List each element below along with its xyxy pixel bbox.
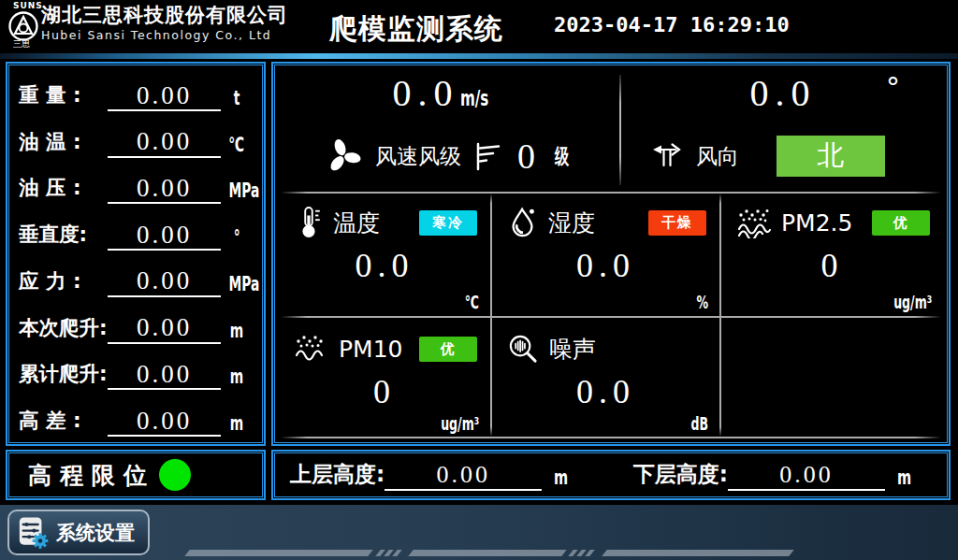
measurements-panel: 重 量 : 0.00 t 油 温 : 0.00 ℃ 油 压 : 0.00 MPa… — [6, 62, 266, 446]
row-value: 0.00 — [108, 82, 221, 111]
environment-panel: 0.0m/s 风速风级 — [271, 62, 951, 446]
sensor-label: 噪声 — [549, 334, 596, 365]
sensor-grid: 温度 寒冷 0.0 ℃ 湿度 干燥 — [279, 192, 943, 438]
wind-speed-unit: m/s — [460, 86, 488, 110]
sensor-unit: ug/m³ — [893, 292, 932, 312]
upper-height-label: 上层高度: — [290, 460, 385, 491]
status-badge: 优 — [872, 210, 930, 236]
settings-sliders-gear-icon — [17, 515, 49, 550]
page-title: 爬模监测系统 — [329, 10, 503, 49]
dust-particles-icon — [294, 333, 329, 365]
sensor-cell-noise: 噪声 0.0 dB — [494, 320, 718, 436]
sensor-unit: % — [696, 292, 708, 312]
row-value: 0.00 — [108, 128, 221, 157]
upper-height-unit: m — [554, 466, 568, 489]
sensor-cell-pm10: PM10 优 0 ug/m³ — [281, 320, 488, 436]
row-label: 重 量 : — [19, 81, 108, 111]
sensor-cell-temperature: 温度 寒冷 0.0 ℃ — [281, 194, 488, 314]
sensor-value: 0 — [281, 372, 488, 411]
wind-direction-text: 北 — [777, 136, 885, 177]
sensor-value: 0.0 — [494, 246, 718, 285]
sensor-label: 湿度 — [548, 208, 595, 238]
row-unit: MPa — [228, 179, 259, 202]
wind-level-unit: 级 — [555, 142, 569, 171]
status-badge: 寒冷 — [419, 210, 477, 236]
row-unit: m — [230, 320, 243, 342]
decorative-stripe — [602, 550, 793, 556]
wind-divider — [619, 75, 621, 185]
sensor-unit: ℃ — [465, 292, 479, 312]
grid-line — [281, 316, 941, 318]
grid-line — [719, 194, 721, 437]
header: SUNS 三思 湖北三思科技股份有限公司 Hubei Sansi Technol… — [0, 0, 958, 53]
lower-height-unit: m — [896, 466, 910, 489]
sensor-value: 0.0 — [281, 246, 488, 285]
company-name: 湖北三思科技股份有限公司 Hubei Sansi Technology Co.,… — [41, 4, 288, 42]
row-unit: t — [234, 87, 240, 109]
row-label: 高 差 : — [19, 407, 108, 437]
row-stress: 应 力 : 0.00 MPa — [19, 257, 253, 297]
datetime-display: 2023-04-17 16:29:10 — [554, 13, 790, 36]
logo-cn-text: 三思 — [13, 38, 30, 50]
row-unit: MPa — [228, 273, 259, 295]
upper-height-value: 0.00 — [385, 462, 542, 490]
row-unit: m — [230, 366, 243, 388]
wind-speed-label: 风速风级 — [375, 142, 461, 171]
row-value: 0.00 — [108, 175, 221, 204]
level-heights-box: 上层高度: 0.00 m 下层高度: 0.00 m — [271, 450, 951, 500]
wind-vane-icon — [651, 140, 685, 172]
wind-section: 0.0m/s 风速风级 — [279, 69, 943, 192]
decorative-stripe — [184, 550, 372, 556]
row-value: 0.00 — [108, 222, 221, 251]
company-name-en: Hubei Sansi Technology Co., Ltd — [41, 28, 288, 42]
status-badge: 优 — [419, 337, 477, 362]
hmi-screen: SUNS 三思 湖北三思科技股份有限公司 Hubei Sansi Technol… — [0, 0, 958, 560]
row-label: 本次爬升: — [19, 314, 108, 344]
wind-level-value: 0 — [517, 136, 535, 177]
lower-height-label: 下层高度: — [633, 460, 728, 491]
settings-button[interactable]: 系统设置 — [7, 510, 150, 555]
lower-height-group: 下层高度: 0.00 m — [633, 460, 922, 491]
wind-speed-section: 0.0m/s 风速风级 — [279, 69, 617, 192]
sensor-label: 温度 — [333, 208, 380, 238]
fan-icon — [324, 136, 363, 176]
sensor-value: 0.0 — [494, 372, 718, 411]
row-height-difference: 高 差 : 0.00 m — [19, 396, 253, 437]
thermometer-icon — [294, 205, 324, 240]
sensor-cell-empty — [723, 320, 941, 436]
row-value: 0.00 — [108, 408, 221, 437]
wind-direction-section: 0.0 ° 风向 北 — [623, 69, 943, 192]
sensor-label: PM2.5 — [781, 209, 852, 237]
row-label: 垂直度: — [19, 221, 108, 251]
grid-line — [490, 194, 492, 437]
elevation-limit-box: 高程限位 — [6, 450, 266, 500]
row-value: 0.00 — [108, 267, 221, 296]
sensor-value: 0 — [723, 246, 941, 285]
triangle-circle-logo-icon — [7, 10, 40, 42]
row-label: 累计爬升: — [19, 360, 108, 390]
status-light-green — [159, 459, 191, 491]
company-logo-icon: SUNS 三思 — [5, 0, 42, 52]
taskbar: 系统设置 — [0, 505, 958, 560]
row-unit: m — [230, 412, 243, 435]
logo-suns-text: SUNS — [13, 1, 43, 10]
row-value: 0.00 — [108, 361, 221, 390]
decorative-stripe — [408, 550, 566, 556]
sensor-cell-humidity: 湿度 干燥 0.0 % — [494, 194, 718, 314]
wind-speed-value: 0.0 — [392, 72, 458, 114]
lower-height-value: 0.00 — [728, 462, 885, 490]
status-badge: 干燥 — [648, 210, 706, 236]
sensor-unit: dB — [690, 413, 708, 434]
dust-particles-icon — [736, 207, 772, 238]
wind-direction-label: 风向 — [696, 142, 739, 171]
wind-direction-value: 0.0 — [750, 72, 817, 114]
wind-direction-unit: ° — [886, 71, 900, 104]
row-label: 油 压 : — [19, 174, 108, 204]
row-value: 0.00 — [108, 314, 221, 343]
sensor-unit: ug/m³ — [441, 413, 479, 434]
row-label: 应 力 : — [19, 267, 108, 297]
row-unit: ° — [234, 226, 240, 249]
wind-level-icon — [473, 139, 501, 173]
row-current-climb: 本次爬升: 0.00 m — [19, 304, 253, 344]
sensor-cell-pm25: PM2.5 优 0 ug/m³ — [723, 194, 941, 314]
